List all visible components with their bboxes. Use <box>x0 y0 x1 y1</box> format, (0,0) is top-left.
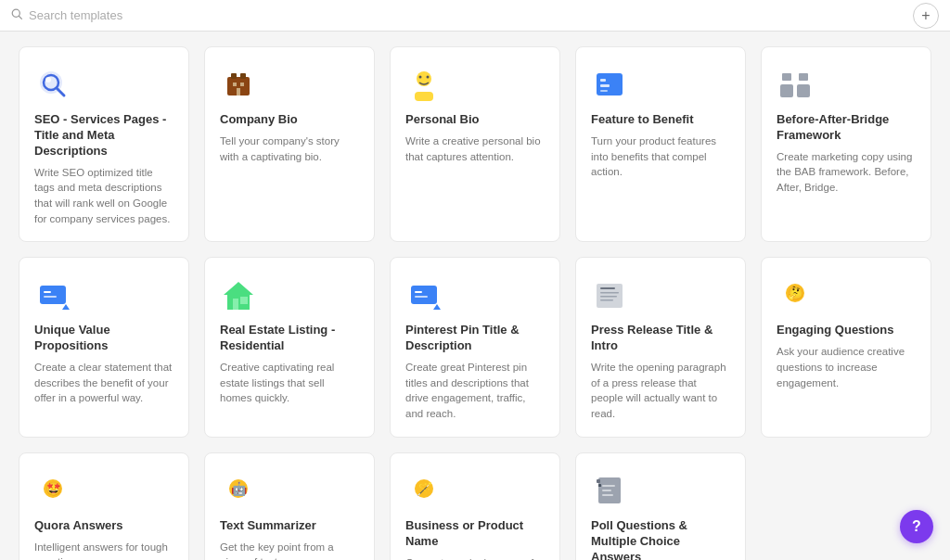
card-title: Engaging Questions <box>777 323 916 338</box>
template-card-text-summarizer[interactable]: 🤖 Text Summarizer Get the key point from… <box>204 452 375 560</box>
search-input[interactable] <box>29 8 214 22</box>
card-title: Personal Bio <box>405 112 545 128</box>
svg-rect-24 <box>40 286 66 304</box>
template-card-unique-value[interactable]: Unique Value Propositions Create a clear… <box>19 257 189 437</box>
svg-text:🪄: 🪄 <box>417 481 433 497</box>
card-desc: Write SEO optimized title tags and meta … <box>34 165 173 227</box>
card-icon-pinterest <box>405 276 443 313</box>
card-title: SEO - Services Pages - Title and Meta De… <box>34 112 173 159</box>
svg-rect-50 <box>602 485 615 487</box>
svg-rect-38 <box>600 296 617 298</box>
card-title: Company Bio <box>220 112 359 128</box>
card-icon-quora: 🤩 <box>34 472 71 509</box>
svg-rect-13 <box>415 92 433 101</box>
template-card-real-estate[interactable]: Real Estate Listing - Residential Creati… <box>204 257 375 437</box>
svg-rect-16 <box>597 73 623 95</box>
card-icon-engaging-questions: 🤔 <box>777 276 814 313</box>
svg-rect-52 <box>602 494 613 496</box>
card-desc: Get the key point from a piece of text. <box>220 540 359 560</box>
svg-marker-34 <box>433 304 441 310</box>
card-title: Unique Value Propositions <box>34 323 173 354</box>
card-title: Poll Questions & Multiple Choice Answers <box>591 518 730 560</box>
svg-text:🤔: 🤔 <box>788 286 804 301</box>
svg-rect-8 <box>240 73 246 79</box>
svg-rect-29 <box>233 299 238 310</box>
template-card-company-bio[interactable]: Company Bio Tell your company's story wi… <box>204 46 375 242</box>
svg-rect-18 <box>600 84 610 87</box>
card-icon-poll-questions <box>591 472 628 509</box>
help-button[interactable]: ? <box>900 510 933 543</box>
plus-icon: + <box>921 7 930 24</box>
svg-rect-36 <box>600 287 615 289</box>
card-icon-feature-to-benefit <box>591 66 628 103</box>
svg-point-5 <box>45 77 51 83</box>
svg-text:🤩: 🤩 <box>45 481 62 497</box>
template-card-quora[interactable]: 🤩 Quora Answers Intelligent answers for … <box>19 452 189 560</box>
card-desc: Create great Pinterest pin titles and de… <box>405 360 545 422</box>
svg-point-15 <box>427 76 430 79</box>
svg-rect-10 <box>240 83 244 86</box>
card-desc: Create marketing copy using the BAB fram… <box>777 149 916 196</box>
card-title: Quora Answers <box>34 518 173 534</box>
svg-marker-27 <box>62 304 70 310</box>
card-desc: Write a creative personal bio that captu… <box>405 134 545 164</box>
card-desc: Generate a winning name for your busines… <box>405 555 545 560</box>
template-card-engaging-questions[interactable]: 🤔 Engaging Questions Ask your audience c… <box>761 257 931 437</box>
svg-rect-9 <box>233 83 237 86</box>
card-desc: Creative captivating real estate listing… <box>220 360 359 406</box>
svg-rect-33 <box>415 296 428 298</box>
template-card-press-release[interactable]: Press Release Title & Intro Write the op… <box>575 257 746 437</box>
svg-rect-21 <box>797 84 810 97</box>
card-title: Business or Product Name <box>405 518 545 550</box>
templates-grid: SEO - Services Pages - Title and Meta De… <box>0 32 950 560</box>
svg-rect-7 <box>231 73 237 79</box>
card-icon-business-product-name: 🪄 <box>405 472 443 509</box>
card-title: Text Summarizer <box>220 518 359 534</box>
template-card-before-after-bridge[interactable]: Before-After-Bridge Framework Create mar… <box>761 46 931 242</box>
svg-rect-32 <box>415 291 422 293</box>
svg-rect-37 <box>600 292 619 294</box>
card-title: Real Estate Listing - Residential <box>220 323 359 354</box>
card-icon-text-summarizer: 🤖 <box>220 472 257 509</box>
add-template-button[interactable]: + <box>913 3 939 29</box>
top-bar: + <box>0 0 950 32</box>
svg-rect-30 <box>240 297 248 304</box>
svg-rect-17 <box>600 79 606 82</box>
card-desc: Intelligent answers for tough questions. <box>34 540 173 560</box>
card-icon-unique-value <box>34 276 71 313</box>
svg-rect-39 <box>600 299 613 301</box>
svg-rect-25 <box>44 291 51 293</box>
search-icon <box>11 8 23 23</box>
template-card-personal-bio[interactable]: Personal Bio Write a creative personal b… <box>390 46 560 242</box>
card-icon-press-release <box>591 276 628 313</box>
svg-rect-22 <box>782 73 791 81</box>
card-desc: Create a clear statement that describes … <box>34 360 173 406</box>
svg-rect-11 <box>237 88 240 95</box>
template-card-pinterest[interactable]: Pinterest Pin Title & Description Create… <box>390 257 560 437</box>
svg-line-1 <box>19 16 22 19</box>
template-card-business-product-name[interactable]: 🪄 Business or Product Name Generate a wi… <box>390 452 560 560</box>
svg-rect-51 <box>602 490 611 491</box>
card-icon-before-after-bridge <box>777 66 814 103</box>
card-title: Pinterest Pin Title & Description <box>405 323 545 354</box>
svg-rect-53 <box>598 484 601 487</box>
svg-rect-23 <box>799 73 808 81</box>
card-desc: Ask your audience creative questions to … <box>777 344 916 390</box>
card-icon-company-bio <box>220 66 257 103</box>
template-card-seo[interactable]: SEO - Services Pages - Title and Meta De… <box>19 46 189 242</box>
template-card-feature-to-benefit[interactable]: Feature to Benefit Turn your product fea… <box>575 46 746 242</box>
question-mark-icon: ? <box>912 518 921 535</box>
card-icon-personal-bio <box>405 66 443 103</box>
card-title: Before-After-Bridge Framework <box>777 112 916 144</box>
card-title: Feature to Benefit <box>591 112 730 128</box>
card-icon-seo <box>34 66 71 103</box>
card-desc: Tell your company's story with a captiva… <box>220 134 359 164</box>
search-area <box>11 8 214 23</box>
svg-line-4 <box>57 88 64 95</box>
svg-rect-19 <box>600 90 608 92</box>
svg-rect-49 <box>597 479 600 483</box>
svg-rect-20 <box>780 84 793 97</box>
template-card-poll-questions[interactable]: Poll Questions & Multiple Choice Answers… <box>575 452 746 560</box>
card-icon-real-estate <box>220 276 257 313</box>
card-desc: Turn your product features into benefits… <box>591 134 730 180</box>
